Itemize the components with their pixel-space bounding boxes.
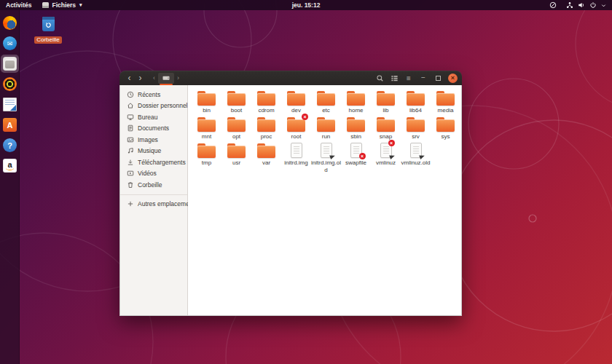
grid-item-var[interactable]: var [251, 142, 281, 173]
symlink-emblem [389, 154, 396, 159]
clock[interactable]: jeu. 15:12 [0, 1, 612, 9]
headerbar: ‹ › ‹ › ≡ − × [119, 71, 462, 85]
grid-item-lib[interactable]: lib [371, 90, 401, 114]
top-bar: Activités Fichiers ▾ jeu. 15:12 [0, 0, 612, 10]
sidebar-item-music[interactable]: Musique [120, 146, 187, 157]
dock-item-help[interactable] [1, 136, 19, 154]
grid-item-etc[interactable]: etc [311, 90, 341, 114]
recent-icon [127, 91, 134, 98]
sidebar-item-pictures[interactable]: Images [120, 134, 187, 146]
grid-item-sbin[interactable]: sbin [341, 116, 371, 140]
desktop[interactable]: Activités Fichiers ▾ jeu. 15:12 [0, 0, 612, 364]
files-icon [3, 57, 17, 71]
search-icon [376, 74, 384, 82]
forward-button[interactable]: › [135, 73, 146, 84]
sidebar-item-trash[interactable]: Corbeille [120, 179, 187, 191]
back-button[interactable]: ‹ [124, 73, 135, 84]
file-label: mnt [202, 133, 211, 140]
maximize-button[interactable] [434, 73, 442, 83]
grid-item-usr[interactable]: usr [221, 142, 251, 173]
grid-item-run[interactable]: run [311, 116, 341, 140]
grid-item-snap[interactable]: snap [371, 116, 401, 140]
grid-item-tmp[interactable]: tmp [192, 142, 221, 173]
symlink-emblem [419, 154, 425, 159]
grid-item-vmlinuz.old[interactable]: vmlinuz.old [401, 142, 431, 173]
file-pane[interactable]: bin boot cdrom dev etc home lib lib64 me… [188, 85, 461, 315]
grid-item-sys[interactable]: sys [431, 116, 460, 140]
sidebar-item-desktop[interactable]: Bureau [120, 111, 187, 123]
file-icon [291, 143, 302, 158]
folder-icon [407, 91, 425, 106]
sidebar-item-label: Dossier personnel [138, 102, 188, 109]
view-toggle-button[interactable] [390, 73, 399, 83]
file-label: root [291, 133, 302, 140]
grid-item-swapfile[interactable]: × swapfile [341, 142, 371, 173]
folder-icon [227, 117, 246, 132]
path-root-button[interactable] [158, 73, 174, 84]
grid-item-srv[interactable]: srv [401, 116, 431, 140]
desktop-trash-label: Corbeille [34, 36, 62, 44]
file-label: home [348, 107, 363, 114]
firefox-icon [3, 16, 17, 30]
grid-item-initrd.img.old[interactable]: initrd.img.old [311, 142, 341, 173]
grid-item-cdrom[interactable]: cdrom [251, 90, 281, 114]
amazon-icon [3, 159, 17, 173]
grid-item-dev[interactable]: dev [281, 90, 311, 114]
dock-item-files[interactable] [1, 55, 19, 73]
file-label: usr [232, 159, 240, 166]
dock-item-firefox[interactable] [1, 14, 19, 32]
search-button[interactable] [375, 73, 384, 83]
dock-item-thunderbird[interactable] [1, 34, 19, 52]
grid-item-lib64[interactable]: lib64 [401, 90, 431, 114]
sidebar-item-label: Récents [138, 91, 160, 98]
sidebar-item-downloads[interactable]: Téléchargements [120, 157, 187, 168]
system-status-area[interactable] [549, 1, 612, 9]
file-label: sbin [350, 133, 361, 140]
folder-icon [197, 117, 216, 132]
grid-item-proc[interactable]: proc [251, 116, 281, 140]
app-menu[interactable]: Fichiers ▾ [42, 1, 82, 9]
menu-button[interactable]: ≡ [404, 73, 413, 83]
file-label: run [322, 133, 331, 140]
grid-item-initrd.img[interactable]: initrd.img [281, 142, 311, 173]
grid-item-root[interactable]: × root [281, 116, 311, 140]
file-label: var [262, 159, 270, 166]
sidebar-item-videos[interactable]: Vidéos [120, 168, 187, 180]
grid-item-boot[interactable]: boot [221, 90, 251, 114]
dock-item-rhythmbox[interactable] [1, 75, 19, 93]
sidebar-item-label: Corbeille [138, 181, 162, 189]
grid-item-bin[interactable]: bin [192, 90, 221, 114]
network-icon [566, 1, 573, 9]
path-forward-button[interactable]: › [175, 74, 181, 82]
sidebar-item-other-locations[interactable]: Autres emplacements [120, 199, 187, 210]
list-view-icon [391, 74, 399, 82]
sidebar-item-recent[interactable]: Récents [120, 89, 187, 100]
path-bar: ‹ › [151, 73, 181, 84]
path-back-button[interactable]: ‹ [151, 74, 157, 82]
pathbar-accent-underline [160, 84, 173, 85]
dock-item-ubuntu-software[interactable] [1, 116, 19, 134]
dock-item-libreoffice-writer[interactable] [1, 95, 19, 114]
sidebar-item-home[interactable]: Dossier personnel [120, 100, 187, 112]
file-label: dev [291, 107, 301, 114]
grid-item-mnt[interactable]: mnt [192, 116, 221, 140]
grid-item-home[interactable]: home [341, 90, 371, 114]
close-button[interactable]: × [448, 74, 458, 83]
sidebar-item-label: Vidéos [138, 170, 157, 177]
file-label: vmlinuz.old [401, 159, 430, 166]
grid-item-opt[interactable]: opt [221, 116, 251, 140]
folder-icon [377, 117, 395, 132]
desktop-trash-icon[interactable]: Corbeille [31, 17, 66, 44]
minimize-button[interactable]: − [419, 73, 428, 83]
folder-icon [257, 117, 275, 132]
grid-item-vmlinuz[interactable]: × vmlinuz [371, 142, 401, 173]
dock-item-amazon[interactable] [1, 157, 19, 175]
sidebar-item-label: Téléchargements [138, 159, 186, 166]
file-label: lib [382, 107, 388, 114]
grid-item-media[interactable]: media [431, 90, 460, 114]
activities-button[interactable]: Activités [6, 1, 31, 9]
file-label: opt [232, 133, 240, 140]
file-label: vmlinuz [376, 159, 396, 166]
sidebar-item-documents[interactable]: Documents [120, 123, 187, 135]
file-label: srv [412, 133, 420, 140]
